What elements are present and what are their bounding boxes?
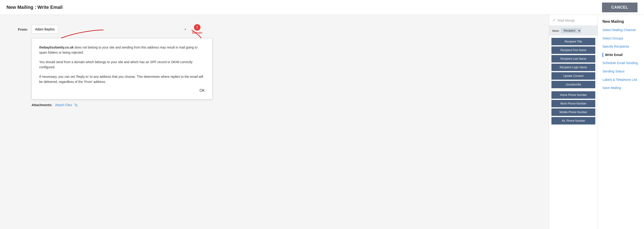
checkmark-icon: ✓ xyxy=(552,18,556,23)
merge-btn-recipient-last-name[interactable]: Recipient Last Name xyxy=(552,55,595,63)
mail-merge-header: ✓ Mail Merge xyxy=(549,15,598,26)
from-label: From: xyxy=(14,28,28,31)
right-nav: New Mailing Select Mailing ChannelSelect… xyxy=(598,15,644,229)
mail-merge-panel: ✓ Mail Merge Item: Recipient Recipient T… xyxy=(549,15,598,229)
page-title: New Mailing : Write Email xyxy=(6,5,63,10)
from-row: From: Adam Bayliss ! Domain xyxy=(14,24,540,34)
merge-btn-recipient-first-name[interactable]: Recipient First Name xyxy=(552,47,595,54)
domain-warning-label: Domain xyxy=(192,31,202,34)
nav-item-save-mailing[interactable]: Save Mailing xyxy=(602,86,639,90)
item-select[interactable]: Recipient xyxy=(561,28,581,33)
merge-btn-alt.-phone-number[interactable]: Alt. Phone Number xyxy=(552,117,595,124)
top-header: New Mailing : Write Email CANCEL xyxy=(0,0,644,15)
item-label: Item: xyxy=(552,29,560,33)
merge-btn-work-phone-number[interactable]: Work Phone Number xyxy=(552,100,595,107)
merge-btn-mobile-phone-number[interactable]: Mobile Phone Number xyxy=(552,108,595,116)
merge-btn-unsubscribe[interactable]: Unsubscribe xyxy=(552,81,595,88)
from-select[interactable]: Adam Bayliss xyxy=(32,25,58,34)
merge-buttons-list: Recipient TitleRecipient First NameRecip… xyxy=(549,36,598,229)
attach-files-link[interactable]: Attach Files xyxy=(55,103,72,107)
merge-divider xyxy=(552,90,595,90)
domain-warning[interactable]: ! Domain xyxy=(192,24,202,34)
nav-item-select-groups[interactable]: Select Groups xyxy=(602,36,639,41)
main-layout: From: Adam Bayliss ! Domain xyxy=(0,15,644,229)
right-nav-title: New Mailing xyxy=(602,20,639,24)
content-area: From: Adam Bayliss ! Domain xyxy=(0,15,549,229)
nav-item-write-email[interactable]: Write Email xyxy=(602,53,639,57)
merge-btn-home-phone-number[interactable]: Home Phone Number xyxy=(552,91,595,99)
cancel-button[interactable]: CANCEL xyxy=(602,3,638,12)
warning-paragraph-1: thebaylissfamily.co.uk does not belong t… xyxy=(39,45,205,55)
merge-btn-update-consent[interactable]: Update Consent xyxy=(552,72,595,80)
nav-item-labels-&-telephone-list[interactable]: Labels & Telephone List xyxy=(602,78,639,82)
domain-warning-icon: ! xyxy=(194,24,200,31)
attachments-label: Attachments: xyxy=(32,103,52,107)
nav-item-sending-status[interactable]: Sending Status xyxy=(602,69,639,74)
nav-item-select-mailing-channel[interactable]: Select Mailing Channel xyxy=(602,28,639,33)
merge-btn-recipient-login-name[interactable]: Recipient Login Name xyxy=(552,64,595,71)
ok-button[interactable]: OK xyxy=(200,89,205,93)
warning-paragraph-2: You should send from a domain which belo… xyxy=(39,60,205,70)
paperclip-icon: 📎 xyxy=(74,103,78,107)
ok-row: OK xyxy=(39,89,205,93)
from-select-wrapper: Adam Bayliss xyxy=(32,25,189,34)
item-row: Item: Recipient xyxy=(549,26,598,36)
warning-paragraph-3: If necessary, you can set 'Reply to' to … xyxy=(39,74,205,85)
merge-btn-recipient-title[interactable]: Recipient Title xyxy=(552,38,595,45)
right-nav-items: Select Mailing ChannelSelect GroupsSpeci… xyxy=(602,28,639,90)
nav-item-specify-recipients[interactable]: Specify Recipients xyxy=(602,44,639,49)
warning-popup: thebaylissfamily.co.uk does not belong t… xyxy=(32,38,212,99)
warning-domain: thebaylissfamily.co.uk xyxy=(39,46,74,49)
nav-item-schedule-email-sending[interactable]: Schedule Email Sending xyxy=(602,61,639,66)
mail-merge-title: Mail Merge xyxy=(558,18,575,22)
attachments-row: Attachments: Attach Files 📎 xyxy=(32,103,540,107)
